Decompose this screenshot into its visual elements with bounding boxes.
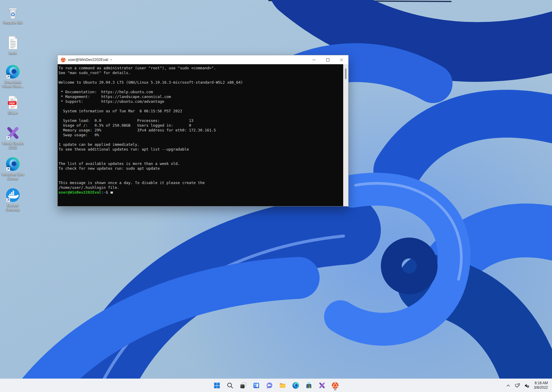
prompt-path: ~ <box>104 190 106 195</box>
visual-studio-icon <box>318 382 326 389</box>
shortcut-arrow-icon <box>6 167 10 171</box>
terminal-line: System information as of Tue Mar 8 06:15… <box>59 109 343 114</box>
search-icon <box>226 382 234 389</box>
desktop-icon-windows-dev-center[interactable]: Windows Dev Center <box>0 157 26 181</box>
terminal-line: 1 update can be applied immediately. <box>59 142 343 147</box>
clock-date: 3/8/2022 <box>534 385 548 390</box>
desktop-icon-recycle-bin[interactable]: Recycle Bin <box>0 5 26 25</box>
terminal-line: Swap usage: 0% <box>59 133 343 137</box>
document-icon <box>5 35 20 50</box>
taskbar-edge-button[interactable] <box>290 380 301 391</box>
terminal-scrollbar[interactable] <box>343 64 348 206</box>
scrollbar-thumb[interactable] <box>345 68 346 79</box>
taskbar-search-button[interactable] <box>225 380 235 391</box>
terminal-line: To run a command as administrator (user … <box>59 66 343 71</box>
maximize-button[interactable] <box>321 55 335 64</box>
terminal-line: To see these additional updates run: apt… <box>59 147 343 152</box>
microsoft-store-icon <box>305 382 312 389</box>
window-title: user@WinDev2202Eval: ~ <box>68 58 307 62</box>
tray-volume-button[interactable] <box>522 380 531 391</box>
terminal-prompt-line[interactable]: user@WinDev2202Eval:~$ <box>59 190 343 195</box>
terminal-line: The list of available updates is more th… <box>59 161 343 166</box>
terminal-output-lines: To run a command as administrator (user … <box>59 66 343 190</box>
taskbar-clock[interactable]: 6:16 AM 3/8/2022 <box>531 381 551 390</box>
folder-icon <box>279 382 286 389</box>
ubuntu-icon <box>332 382 339 389</box>
pdf-icon <box>5 95 20 110</box>
desktop-icon-visual-studio-2022[interactable]: Visual Studio 2022 <box>0 125 26 150</box>
taskbar: 6:16 AM 3/8/2022 <box>0 379 552 392</box>
prompt-symbol: $ <box>106 190 108 195</box>
taskbar-widgets-button[interactable] <box>251 380 262 391</box>
terminal-line: See "man sudo_root" for details. <box>59 71 343 75</box>
prompt-user-host: user@WinDev2202Eval <box>59 190 101 195</box>
tray-network-button[interactable] <box>513 380 522 391</box>
terminal-line: To check for new updates run: sudo apt u… <box>59 166 343 171</box>
terminal-line <box>59 157 343 161</box>
desktop-icon-bash[interactable]: bash <box>0 35 26 55</box>
desktop-icon-label: bash <box>9 51 17 55</box>
terminal-line: /home/user/.hushlogin file. <box>59 185 343 190</box>
terminal-line <box>59 171 343 176</box>
terminal-line: Memory usage: 29% IPv4 address for eth0:… <box>59 128 343 133</box>
terminal-line: * Management: https://landscape.canonica… <box>59 94 343 99</box>
desktop-icon-label: Visual Studio 2022 <box>0 141 25 150</box>
network-icon <box>515 383 520 388</box>
taskbar-center <box>211 379 341 392</box>
terminal-window: user@WinDev2202Eval: ~ To run a command … <box>57 55 349 206</box>
shortcut-arrow-icon <box>6 136 10 140</box>
terminal-line: Usage of /: 0.5% of 250.98GB Users logge… <box>59 123 343 128</box>
terminal-line: * Support: https://ubuntu.com/advantage <box>59 99 343 104</box>
desktop-icon-docker-desktop[interactable]: Docker Desktop <box>0 188 26 212</box>
chevron-up-icon <box>505 383 511 388</box>
chat-icon <box>266 382 273 389</box>
desktop-icon-label: Download Visual Stud... <box>0 80 25 88</box>
terminal-output[interactable]: To run a command as administrator (user … <box>58 64 343 206</box>
terminal-line <box>59 137 343 142</box>
taskbar-task-view-button[interactable] <box>238 380 249 391</box>
system-tray: 6:16 AM 3/8/2022 <box>504 379 551 392</box>
ubuntu-icon <box>61 57 66 62</box>
terminal-line: * Documentation: https://help.ubuntu.com <box>59 90 343 94</box>
desktop-icon-label: Recycle Bin <box>3 21 23 25</box>
taskbar-start-button[interactable] <box>211 380 222 391</box>
terminal-line <box>59 75 343 80</box>
clock-time: 6:16 AM <box>534 381 548 385</box>
task-view-icon <box>240 382 247 389</box>
recycle-bin-icon <box>5 5 20 20</box>
close-button[interactable] <box>335 55 348 64</box>
shortcut-arrow-icon <box>6 75 10 79</box>
desktop-icon-eula[interactable]: EULA <box>0 95 26 115</box>
running-app-indicator <box>334 389 336 390</box>
minimize-button[interactable] <box>307 55 321 64</box>
terminal-line: This message is shown once a day. To dis… <box>59 180 343 185</box>
terminal-line <box>59 176 343 180</box>
taskbar-ubuntu-button[interactable] <box>330 380 341 391</box>
terminal-line <box>59 104 343 109</box>
desktop-icon-label: Windows Dev Center <box>0 172 25 181</box>
taskbar-store-button[interactable] <box>303 380 314 391</box>
desktop-icon-download-visual-studio[interactable]: Download Visual Stud... <box>0 64 26 88</box>
taskbar-chat-button[interactable] <box>264 380 275 391</box>
widgets-icon <box>253 382 260 389</box>
windows-start-icon <box>213 382 220 389</box>
shortcut-arrow-icon <box>6 198 10 202</box>
volume-muted-icon <box>524 383 530 388</box>
desktop-icon-label: EULA <box>8 111 18 115</box>
terminal-titlebar[interactable]: user@WinDev2202Eval: ~ <box>58 55 348 64</box>
tray-show-hidden-icons-button[interactable] <box>504 380 513 391</box>
terminal-line: Welcome to Ubuntu 20.04.3 LTS (GNU/Linux… <box>59 80 343 85</box>
terminal-cursor <box>111 192 113 194</box>
taskbar-visual-studio-button[interactable] <box>317 380 327 391</box>
taskbar-file-explorer-button[interactable] <box>277 380 288 391</box>
terminal-line <box>59 114 343 118</box>
edge-icon <box>292 382 299 389</box>
prompt-separator: : <box>101 190 104 195</box>
terminal-line: System load: 0.0 Processes: 13 <box>59 118 343 123</box>
terminal-line <box>59 85 343 90</box>
desktop-icon-label: Docker Desktop <box>0 203 25 212</box>
terminal-line <box>59 152 343 157</box>
